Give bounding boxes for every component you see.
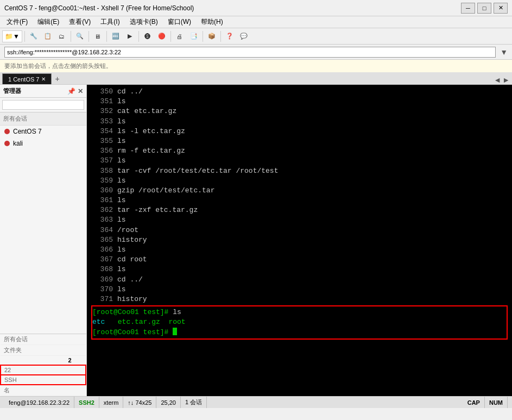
term-line-355: 355ls <box>91 136 508 146</box>
sidebar-item-centos7[interactable]: CentOS 7 <box>0 126 86 137</box>
term-line-363: 363ls <box>91 215 508 225</box>
term-line-366: 366ls <box>91 245 508 255</box>
prompt-section: [root@Coo01 test]# ls etc etc.tar.gz roo… <box>91 305 508 340</box>
minimize-button[interactable]: ─ <box>461 3 475 14</box>
notification-text: 要添加当前会话，点击左侧的箭头按钮。 <box>4 62 112 70</box>
toolbar-btn-10[interactable]: 🖨 <box>173 30 186 43</box>
term-line-358: 358tar -cvf /root/test/etc.tar /root/tes… <box>91 166 508 176</box>
toolbar-btn-4[interactable]: 🔍 <box>73 30 86 43</box>
dir-etc: etc <box>92 317 105 327</box>
status-num: NUM <box>485 397 508 408</box>
sidebar-item-kali[interactable]: kali <box>0 137 86 149</box>
toolbar-btn-13[interactable]: ❓ <box>223 30 236 43</box>
term-line-365: 365history <box>91 235 508 245</box>
term-line-357: 357ls <box>91 156 508 166</box>
menu-edit[interactable]: 编辑(E) <box>33 16 64 28</box>
tab-centos7[interactable]: 1 CentOS 7 ✕ <box>2 73 52 84</box>
toolbar-btn-6[interactable]: 🔤 <box>109 30 122 43</box>
menu-window[interactable]: 窗口(W) <box>163 16 195 28</box>
toolbar-sep-8 <box>220 31 221 42</box>
value-ssh <box>65 375 86 385</box>
status-host: feng@192.168.22.3:22 <box>4 397 74 408</box>
term-line-371: 371history <box>91 294 508 304</box>
value-folder <box>65 345 86 356</box>
term-line-367: 367cd root <box>91 255 508 265</box>
sidebar-section-all: 所有会话 <box>0 112 86 126</box>
terminal[interactable]: 350cd ../ 351ls 352cat etc.tar.gz 353ls … <box>87 85 512 396</box>
sidebar: 管理器 📌 ✕ 所有会话 CentOS 7 kali 所有会话 <box>0 85 87 396</box>
toolbar-btn-5[interactable]: 🖥 <box>91 30 104 43</box>
toolbar-sep-3 <box>89 31 89 42</box>
toolbar-btn-1[interactable]: 🔧 <box>27 30 40 43</box>
sidebar-search-input[interactable] <box>2 100 84 110</box>
toolbar-sep-1 <box>24 31 25 42</box>
table-row: 22 <box>1 365 86 375</box>
status-size: ↑↓ 74x25 <box>123 397 156 408</box>
dir-targz: etc.tar.gz <box>118 317 160 327</box>
toolbar: 📁▼ 🔧 📋 🗂 🔍 🖥 🔤 ▶ 🅢 🔴 🖨 📑 📦 ❓ 💬 <box>0 28 512 45</box>
address-bar: ▼ <box>0 45 512 60</box>
prompt-ls-line: [root@Coo01 test]# ls <box>92 308 507 317</box>
tab-add-button[interactable]: + <box>52 73 62 84</box>
sidebar-title: 管理器 <box>3 87 21 95</box>
status-pos: 25,20 <box>156 397 181 408</box>
centos7-label: CentOS 7 <box>13 128 42 135</box>
term-line-353: 353ls <box>91 117 508 127</box>
label-ssh: SSH <box>1 375 65 385</box>
term-line-350: 350cd ../ <box>91 87 508 97</box>
term-line-369: 369cd ../ <box>91 275 508 285</box>
toolbar-btn-9[interactable]: 🔴 <box>155 30 168 43</box>
centos7-dot <box>4 129 10 134</box>
tab-bar: 1 CentOS 7 ✕ + ◄ ► <box>0 73 512 85</box>
toolbar-btn-7[interactable]: ▶ <box>123 30 136 43</box>
dir-root: root <box>168 317 185 327</box>
tab-navigation: ◄ ► <box>494 76 510 84</box>
sidebar-header-icons: 📌 ✕ <box>67 87 83 95</box>
session-dropdown[interactable]: 📁▼ <box>2 30 22 42</box>
status-term: xterm <box>99 397 124 408</box>
window-title: CentOS 7 - feng@Coo01:~/test - Xshell 7 … <box>4 4 194 12</box>
menu-help[interactable]: 帮助(H) <box>197 16 227 28</box>
prompt-ls-output: etc etc.tar.gz root <box>92 317 507 327</box>
label-port: 22 <box>1 365 65 375</box>
term-line-352: 352cat etc.tar.gz <box>91 106 508 116</box>
tab-centos7-label: 1 CentOS 7 <box>8 76 39 83</box>
toolbar-sep-2 <box>71 31 71 42</box>
sidebar-close-icon[interactable]: ✕ <box>78 87 83 95</box>
sidebar-info-table: 所有会话 文件夹 2 22 SSH <box>0 334 86 396</box>
toolbar-sep-7 <box>203 31 203 42</box>
toolbar-btn-14[interactable]: 💬 <box>237 30 250 43</box>
toolbar-sep-6 <box>170 31 171 42</box>
toolbar-btn-2[interactable]: 📋 <box>41 30 54 43</box>
pin-icon[interactable]: 📌 <box>67 87 75 95</box>
label-name: 名 <box>1 385 65 396</box>
notification-bar: 要添加当前会话，点击左侧的箭头按钮。 <box>0 60 512 73</box>
tab-nav-left[interactable]: ◄ <box>494 76 501 84</box>
prompt-final: [root@Coo01 test]# <box>92 328 507 337</box>
tab-nav-right[interactable]: ► <box>502 76 510 84</box>
menu-tabs[interactable]: 选项卡(B) <box>125 16 162 28</box>
kali-dot <box>4 141 10 146</box>
status-sessions: 1 会话 <box>181 397 207 408</box>
toolbar-btn-8[interactable]: 🅢 <box>141 30 154 43</box>
sidebar-search-area <box>0 98 86 112</box>
prompt-label-2: [root@Coo01 test]# <box>92 328 173 337</box>
address-dropdown-arrow[interactable]: ▼ <box>500 48 508 57</box>
address-input[interactable] <box>4 47 496 58</box>
term-line-359: 359ls <box>91 176 508 186</box>
value-name <box>65 385 86 396</box>
label-count <box>1 356 65 366</box>
menu-file[interactable]: 文件(F) <box>2 16 32 28</box>
maximize-button[interactable]: □ <box>477 3 491 14</box>
toolbar-btn-12[interactable]: 📦 <box>205 30 218 43</box>
close-button[interactable]: ✕ <box>494 3 508 14</box>
toolbar-btn-11[interactable]: 📑 <box>187 30 200 43</box>
menu-view[interactable]: 查看(V) <box>65 16 95 28</box>
menu-tools[interactable]: 工具(I) <box>96 16 124 28</box>
toolbar-btn-3[interactable]: 🗂 <box>55 30 68 43</box>
toolbar-sep-5 <box>138 31 139 42</box>
table-row: 名 <box>1 385 86 396</box>
menu-bar: 文件(F) 编辑(E) 查看(V) 工具(I) 选项卡(B) 窗口(W) 帮助(… <box>0 16 512 28</box>
tab-centos7-close[interactable]: ✕ <box>41 76 46 82</box>
content-area: 管理器 📌 ✕ 所有会话 CentOS 7 kali 所有会话 <box>0 85 512 396</box>
